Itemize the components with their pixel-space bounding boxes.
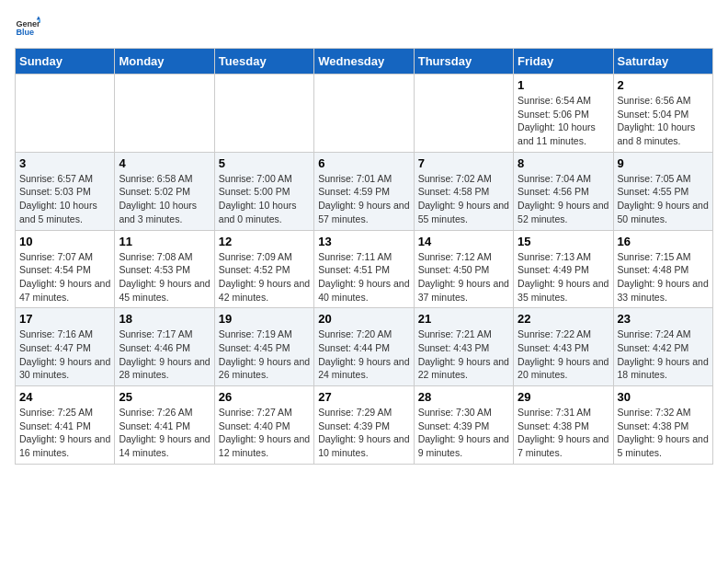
day-cell (115, 75, 214, 153)
day-number: 29 (518, 390, 609, 404)
day-number: 12 (219, 235, 310, 248)
day-cell: 10Sunrise: 7:07 AM Sunset: 4:54 PM Dayli… (16, 230, 115, 308)
day-info: Sunrise: 7:27 AM Sunset: 4:40 PM Dayligh… (219, 406, 310, 460)
day-number: 14 (418, 235, 509, 248)
day-cell: 28Sunrise: 7:30 AM Sunset: 4:39 PM Dayli… (414, 386, 513, 465)
day-number: 30 (618, 390, 709, 404)
day-cell: 12Sunrise: 7:09 AM Sunset: 4:52 PM Dayli… (214, 230, 313, 308)
day-cell: 7Sunrise: 7:02 AM Sunset: 4:58 PM Daylig… (414, 152, 513, 230)
day-cell: 19Sunrise: 7:19 AM Sunset: 4:45 PM Dayli… (214, 308, 313, 386)
day-cell (414, 75, 513, 153)
day-cell: 13Sunrise: 7:11 AM Sunset: 4:51 PM Dayli… (314, 230, 414, 308)
day-info: Sunrise: 7:12 AM Sunset: 4:50 PM Dayligh… (418, 250, 509, 304)
day-info: Sunrise: 6:56 AM Sunset: 5:04 PM Dayligh… (618, 94, 709, 148)
day-info: Sunrise: 7:20 AM Sunset: 4:44 PM Dayligh… (318, 327, 409, 382)
weekday-header-friday: Friday (514, 49, 613, 75)
svg-marker-2 (37, 16, 40, 19)
day-info: Sunrise: 7:31 AM Sunset: 4:38 PM Dayligh… (518, 406, 609, 460)
day-info: Sunrise: 7:32 AM Sunset: 4:38 PM Dayligh… (618, 406, 709, 460)
day-number: 11 (119, 235, 210, 248)
day-cell: 14Sunrise: 7:12 AM Sunset: 4:50 PM Dayli… (414, 230, 513, 308)
day-number: 18 (119, 312, 210, 326)
day-number: 20 (318, 312, 409, 326)
day-info: Sunrise: 6:58 AM Sunset: 5:02 PM Dayligh… (119, 172, 210, 226)
day-info: Sunrise: 7:17 AM Sunset: 4:46 PM Dayligh… (119, 327, 210, 382)
week-row-2: 3Sunrise: 6:57 AM Sunset: 5:03 PM Daylig… (16, 152, 713, 230)
day-info: Sunrise: 7:05 AM Sunset: 4:55 PM Dayligh… (618, 172, 709, 226)
logo-icon: General Blue (15, 15, 40, 40)
day-number: 15 (518, 235, 609, 248)
day-number: 5 (219, 156, 310, 170)
day-number: 13 (318, 235, 409, 248)
header: General Blue (15, 15, 713, 40)
day-cell: 22Sunrise: 7:22 AM Sunset: 4:43 PM Dayli… (514, 308, 613, 386)
day-cell: 16Sunrise: 7:15 AM Sunset: 4:48 PM Dayli… (613, 230, 712, 308)
day-number: 2 (618, 78, 709, 92)
day-number: 24 (19, 390, 110, 404)
day-number: 9 (618, 156, 709, 170)
day-cell: 3Sunrise: 6:57 AM Sunset: 5:03 PM Daylig… (16, 152, 115, 230)
day-info: Sunrise: 7:04 AM Sunset: 4:56 PM Dayligh… (518, 172, 609, 226)
day-info: Sunrise: 7:25 AM Sunset: 4:41 PM Dayligh… (19, 406, 110, 460)
day-cell: 4Sunrise: 6:58 AM Sunset: 5:02 PM Daylig… (115, 152, 214, 230)
day-cell: 6Sunrise: 7:01 AM Sunset: 4:59 PM Daylig… (314, 152, 414, 230)
day-info: Sunrise: 7:15 AM Sunset: 4:48 PM Dayligh… (618, 250, 709, 304)
day-cell (214, 75, 313, 153)
day-cell: 30Sunrise: 7:32 AM Sunset: 4:38 PM Dayli… (613, 386, 712, 465)
weekday-header-thursday: Thursday (414, 49, 513, 75)
day-info: Sunrise: 7:08 AM Sunset: 4:53 PM Dayligh… (119, 250, 210, 304)
day-cell: 17Sunrise: 7:16 AM Sunset: 4:47 PM Dayli… (16, 308, 115, 386)
day-cell (16, 75, 115, 153)
day-number: 8 (518, 156, 609, 170)
week-row-4: 17Sunrise: 7:16 AM Sunset: 4:47 PM Dayli… (16, 308, 713, 386)
day-number: 26 (219, 390, 310, 404)
day-info: Sunrise: 7:13 AM Sunset: 4:49 PM Dayligh… (518, 250, 609, 304)
day-cell: 15Sunrise: 7:13 AM Sunset: 4:49 PM Dayli… (514, 230, 613, 308)
day-cell: 9Sunrise: 7:05 AM Sunset: 4:55 PM Daylig… (613, 152, 712, 230)
day-number: 27 (318, 390, 409, 404)
day-cell: 27Sunrise: 7:29 AM Sunset: 4:39 PM Dayli… (314, 386, 414, 465)
day-info: Sunrise: 7:30 AM Sunset: 4:39 PM Dayligh… (418, 406, 509, 460)
day-cell (314, 75, 414, 153)
day-number: 10 (19, 235, 110, 248)
day-number: 16 (618, 235, 709, 248)
logo: General Blue (15, 15, 44, 40)
day-info: Sunrise: 7:11 AM Sunset: 4:51 PM Dayligh… (318, 250, 409, 304)
day-info: Sunrise: 6:57 AM Sunset: 5:03 PM Dayligh… (19, 172, 110, 226)
day-cell: 21Sunrise: 7:21 AM Sunset: 4:43 PM Dayli… (414, 308, 513, 386)
day-cell: 24Sunrise: 7:25 AM Sunset: 4:41 PM Dayli… (16, 386, 115, 465)
day-info: Sunrise: 7:29 AM Sunset: 4:39 PM Dayligh… (318, 406, 409, 460)
day-number: 23 (618, 312, 709, 326)
day-cell: 29Sunrise: 7:31 AM Sunset: 4:38 PM Dayli… (514, 386, 613, 465)
day-cell: 5Sunrise: 7:00 AM Sunset: 5:00 PM Daylig… (214, 152, 313, 230)
day-cell: 8Sunrise: 7:04 AM Sunset: 4:56 PM Daylig… (514, 152, 613, 230)
day-cell: 23Sunrise: 7:24 AM Sunset: 4:42 PM Dayli… (613, 308, 712, 386)
day-cell: 2Sunrise: 6:56 AM Sunset: 5:04 PM Daylig… (613, 75, 712, 153)
day-number: 28 (418, 390, 509, 404)
day-number: 22 (518, 312, 609, 326)
weekday-header-tuesday: Tuesday (214, 49, 313, 75)
day-number: 21 (418, 312, 509, 326)
day-number: 7 (418, 156, 509, 170)
weekday-header-sunday: Sunday (16, 49, 115, 75)
day-info: Sunrise: 7:16 AM Sunset: 4:47 PM Dayligh… (19, 327, 110, 382)
day-info: Sunrise: 7:00 AM Sunset: 5:00 PM Dayligh… (219, 172, 310, 226)
day-info: Sunrise: 7:09 AM Sunset: 4:52 PM Dayligh… (219, 250, 310, 304)
day-number: 17 (19, 312, 110, 326)
weekday-header-saturday: Saturday (613, 49, 712, 75)
day-number: 3 (19, 156, 110, 170)
weekday-header-wednesday: Wednesday (314, 49, 414, 75)
day-info: Sunrise: 7:19 AM Sunset: 4:45 PM Dayligh… (219, 327, 310, 382)
day-number: 19 (219, 312, 310, 326)
day-number: 25 (119, 390, 210, 404)
weekday-header-row: SundayMondayTuesdayWednesdayThursdayFrid… (16, 49, 713, 75)
week-row-1: 1Sunrise: 6:54 AM Sunset: 5:06 PM Daylig… (16, 75, 713, 153)
day-info: Sunrise: 7:21 AM Sunset: 4:43 PM Dayligh… (418, 327, 509, 382)
day-info: Sunrise: 7:02 AM Sunset: 4:58 PM Dayligh… (418, 172, 509, 226)
day-info: Sunrise: 7:01 AM Sunset: 4:59 PM Dayligh… (318, 172, 409, 226)
day-cell: 25Sunrise: 7:26 AM Sunset: 4:41 PM Dayli… (115, 386, 214, 465)
day-cell: 1Sunrise: 6:54 AM Sunset: 5:06 PM Daylig… (514, 75, 613, 153)
day-info: Sunrise: 7:24 AM Sunset: 4:42 PM Dayligh… (618, 327, 709, 382)
day-cell: 11Sunrise: 7:08 AM Sunset: 4:53 PM Dayli… (115, 230, 214, 308)
day-number: 1 (518, 78, 609, 92)
